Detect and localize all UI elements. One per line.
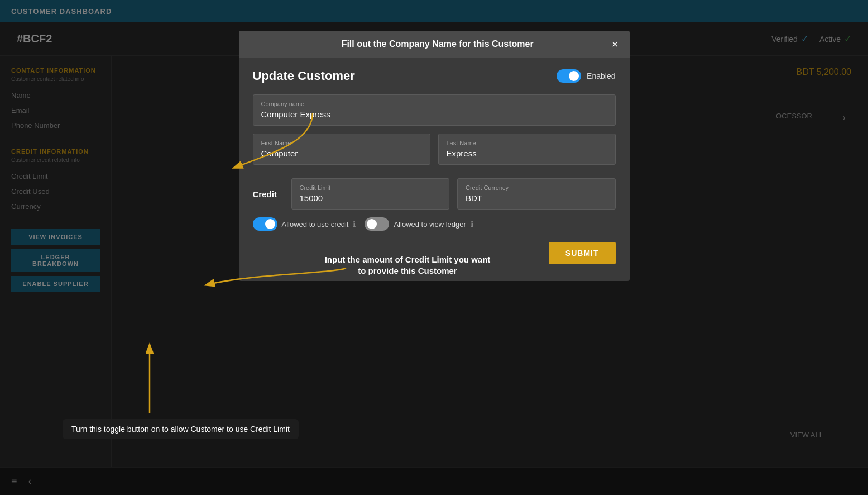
- enabled-toggle-container: Enabled: [557, 69, 615, 83]
- modal-close-button[interactable]: ×: [612, 39, 618, 50]
- name-row: First Name Last Name: [253, 134, 616, 173]
- last-name-input[interactable]: [447, 149, 607, 158]
- allow-credit-option: Allowed to use credit ℹ: [253, 217, 356, 231]
- first-name-label: First Name: [261, 140, 422, 146]
- allow-ledger-info-icon[interactable]: ℹ: [471, 220, 473, 229]
- credit-row: Credit Credit Limit Credit Currency: [253, 178, 616, 210]
- allow-ledger-label: Allowed to view ledger: [394, 220, 466, 229]
- credit-currency-label: Credit Currency: [466, 184, 607, 191]
- credit-section-label: Credit: [253, 189, 284, 199]
- modal-subheader: Update Customer Enabled: [253, 69, 616, 83]
- credit-limit-annotation: Input the amount of Credit Limit you wan…: [324, 254, 491, 276]
- first-name-input[interactable]: [261, 149, 422, 158]
- update-customer-modal: Fill out the Company Name for this Custo…: [239, 31, 630, 281]
- credit-fields-row: Credit Limit Credit Currency: [291, 178, 616, 210]
- toggle-tooltip-bubble: Turn this toggle button on to allow Cust…: [63, 419, 299, 439]
- last-name-field[interactable]: Last Name: [438, 134, 616, 165]
- credit-currency-field[interactable]: Credit Currency: [457, 178, 616, 210]
- submit-button[interactable]: SUBMIT: [549, 242, 616, 264]
- enabled-toggle[interactable]: [557, 69, 581, 83]
- company-name-field[interactable]: Company name: [253, 94, 616, 126]
- first-name-field[interactable]: First Name: [253, 134, 430, 165]
- modal-update-title: Update Customer: [253, 69, 355, 83]
- company-name-input[interactable]: [261, 110, 607, 119]
- last-name-label: Last Name: [447, 140, 607, 146]
- credit-section: Credit Credit Limit Credit Currency: [253, 178, 616, 210]
- modal-header: Fill out the Company Name for this Custo…: [239, 31, 630, 58]
- allow-credit-toggle-slider: [253, 217, 277, 231]
- credit-limit-input[interactable]: [300, 193, 442, 203]
- modal-header-title: Fill out the Company Name for this Custo…: [263, 39, 612, 49]
- allow-ledger-toggle-slider: [365, 217, 389, 231]
- enabled-label: Enabled: [587, 72, 615, 80]
- toggle-options-row: Allowed to use credit ℹ Allowed to view …: [253, 217, 616, 231]
- allow-ledger-option: Allowed to view ledger ℹ: [365, 217, 473, 231]
- credit-limit-field[interactable]: Credit Limit: [291, 178, 450, 210]
- enabled-toggle-slider: [557, 69, 581, 83]
- credit-currency-input[interactable]: [466, 193, 607, 203]
- allow-credit-toggle[interactable]: [253, 217, 277, 231]
- allow-ledger-toggle[interactable]: [365, 217, 389, 231]
- allow-credit-info-icon[interactable]: ℹ: [353, 220, 356, 229]
- company-name-label: Company name: [261, 101, 607, 107]
- modal-body: Update Customer Enabled Company name Fir…: [239, 58, 630, 281]
- allow-credit-label: Allowed to use credit: [282, 220, 349, 229]
- credit-limit-field-label: Credit Limit: [300, 184, 442, 191]
